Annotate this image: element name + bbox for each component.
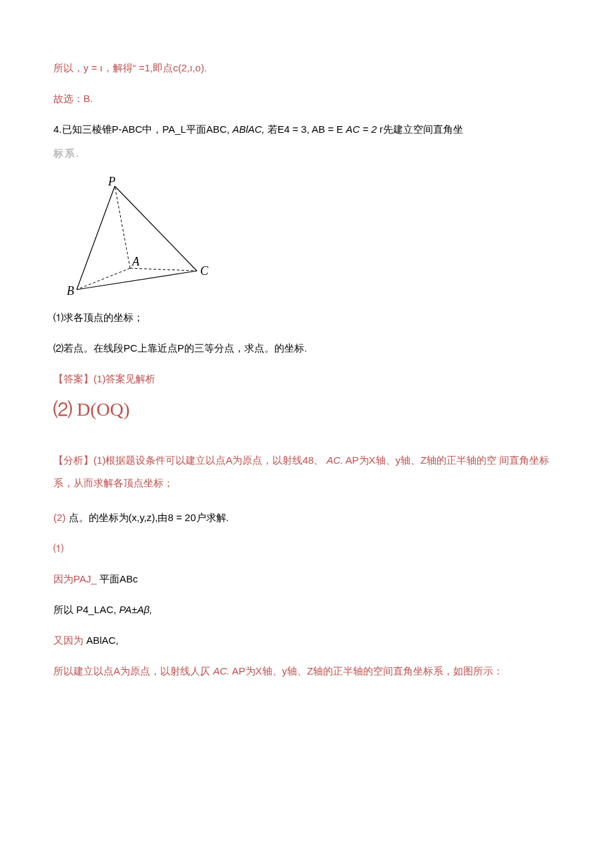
subquestion-2: ⑵若点。在线段PC上靠近点P的三等分点，求点。的坐标. — [53, 340, 561, 356]
vertex-B-label: B — [67, 284, 74, 296]
svg-line-0 — [115, 186, 130, 268]
step-3c: PA±Aβ, — [119, 604, 152, 615]
analysis-1: 【分析】(1)根据题设条件可以建立以点A为原点，以射线48、 AC. AP为X轴… — [53, 449, 561, 495]
p4-text-b: ABlAC, — [232, 123, 264, 135]
step-5c: AP为X轴、y轴、Z轴的正半轴的空间直角坐标系，如图所示： — [232, 665, 504, 677]
step-2: 因为PAJ_ 平面ABc — [53, 571, 561, 587]
svg-line-2 — [130, 268, 197, 271]
answer-2-number: ⑵ — [53, 399, 72, 420]
step-3a: 所以 — [53, 604, 76, 615]
answer-2-body: D(OQ) — [77, 399, 129, 420]
vertex-A-label: A — [131, 255, 140, 268]
p4-text-d: AC = 2 — [346, 123, 376, 135]
analysis-1a: 【分析】(1)根据题设条件可以建立以点A为原点，以射线48、 — [53, 454, 324, 466]
step-3b: P4_LAC, — [76, 604, 119, 615]
subquestion-1: ⑴求各顶点的坐标； — [53, 310, 561, 326]
solution-line-1: 所以，y = ı，解得“ =1,即点c(2,ı,o). — [53, 60, 561, 76]
tetrahedron-diagram: P A B C — [53, 176, 561, 296]
p4-text-a: 4.已知三棱锥P-ABC中，PA_L平面ABC, — [53, 123, 232, 135]
step-4b: ABlAC, — [86, 634, 118, 646]
step-2a: 因为PAJ_ — [53, 573, 97, 584]
step-5a: 所以建立以点A为原点，以射线人仄 — [53, 665, 210, 677]
vertex-P-label: P — [107, 176, 115, 188]
analysis-2a: (2) — [53, 512, 65, 523]
answer-label: 【答案】(1)答案见解析 — [53, 371, 561, 387]
step-3: 所以 P4_LAC, PA±Aβ, — [53, 602, 561, 618]
step-5b: AC. — [213, 665, 230, 677]
svg-line-4 — [115, 186, 197, 271]
vertex-C-label: C — [200, 264, 209, 278]
problem-4-stem-cont: 标系. — [53, 145, 561, 161]
analysis-2b: 点。的坐标为(x,y,z),由8 = 20户求解. — [69, 512, 229, 523]
p4-text-e: r先建立空间直角坐 — [380, 123, 463, 135]
step-4a: 又因为 — [53, 634, 83, 646]
step-2b: 平面ABc — [99, 573, 138, 584]
step-1-label: ⑴ — [53, 540, 561, 556]
p4-text-c: 若E4 = 3, AB = E — [268, 123, 346, 135]
answer-choice: 故选：B. — [53, 91, 561, 107]
step-5: 所以建立以点A为原点，以射线人仄 AC. AP为X轴、y轴、Z轴的正半轴的空间直… — [53, 663, 561, 679]
svg-line-3 — [77, 186, 115, 290]
problem-4-stem: 4.已知三棱锥P-ABC中，PA_L平面ABC, ABlAC, 若E4 = 3,… — [53, 121, 561, 137]
answer-2-formula: ⑵ D(OQ) — [53, 395, 561, 425]
analysis-2: (2) 点。的坐标为(x,y,z),由8 = 20户求解. — [53, 510, 561, 526]
step-4: 又因为 ABlAC, — [53, 632, 561, 648]
svg-line-1 — [77, 268, 130, 290]
analysis-1b: AC. — [326, 454, 343, 466]
svg-line-5 — [77, 271, 197, 290]
